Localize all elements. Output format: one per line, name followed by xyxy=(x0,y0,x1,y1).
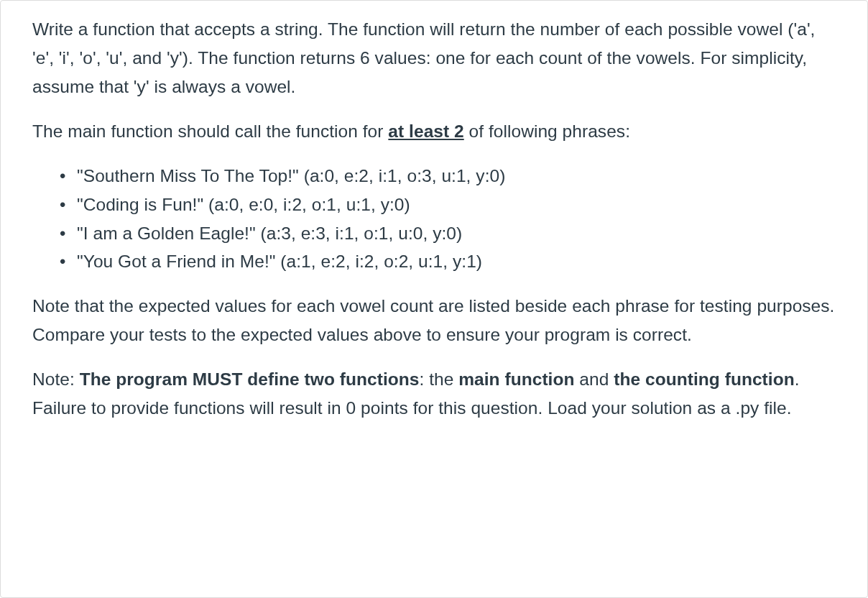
list-item: "Southern Miss To The Top!" (a:0, e:2, i… xyxy=(77,162,836,190)
document-content: Write a function that accepts a string. … xyxy=(32,15,836,423)
phrase-list: "Southern Miss To The Top!" (a:0, e:2, i… xyxy=(32,162,836,277)
phrases-lead-emphasis: at least 2 xyxy=(388,121,463,141)
note-prefix: Note: xyxy=(32,369,80,389)
phrases-lead-in: The main function should call the functi… xyxy=(32,117,836,146)
intro-paragraph: Write a function that accepts a string. … xyxy=(32,15,836,101)
note-and: and xyxy=(575,369,614,389)
document-page: Write a function that accepts a string. … xyxy=(0,0,868,598)
counting-function-label: the counting function xyxy=(614,369,794,389)
note-colon: : the xyxy=(419,369,458,389)
testing-note-paragraph: Note that the expected values for each v… xyxy=(32,292,836,349)
list-item: "Coding is Fun!" (a:0, e:0, i:2, o:1, u:… xyxy=(77,190,836,219)
main-function-label: main function xyxy=(458,369,574,389)
must-define-functions: The program MUST define two functions xyxy=(80,369,420,389)
list-item: "You Got a Friend in Me!" (a:1, e:2, i:2… xyxy=(77,247,836,276)
requirements-paragraph: Note: The program MUST define two functi… xyxy=(32,365,836,423)
phrases-lead-text-c: of following phrases: xyxy=(464,121,630,141)
phrases-lead-text-a: The main function should call the functi… xyxy=(32,121,388,141)
list-item: "I am a Golden Eagle!" (a:3, e:3, i:1, o… xyxy=(77,219,836,248)
